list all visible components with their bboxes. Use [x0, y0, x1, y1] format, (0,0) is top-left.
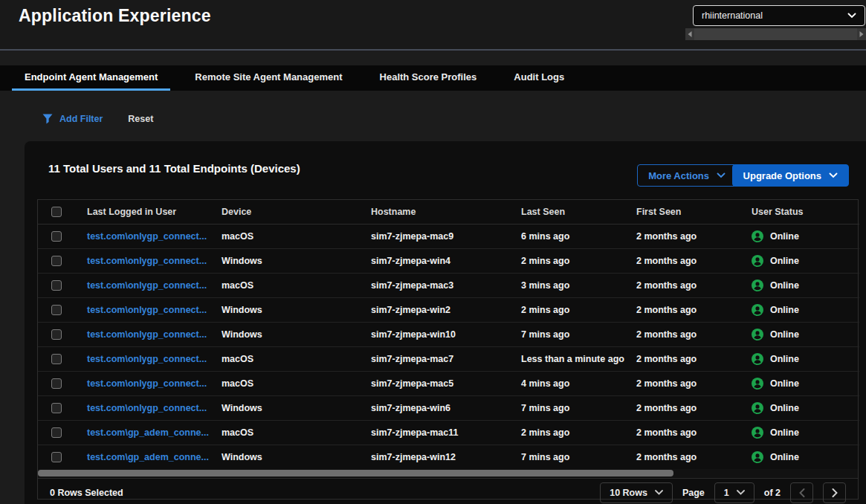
chevron-right-icon	[832, 488, 838, 497]
page-number-select[interactable]: 1	[714, 482, 754, 503]
scroll-right-icon[interactable]	[857, 31, 866, 37]
row-checkbox[interactable]	[51, 403, 62, 413]
last-seen-cell: 2 mins ago	[521, 305, 569, 315]
row-checkbox[interactable]	[51, 231, 62, 242]
tab-audit-logs[interactable]: Audit Logs	[501, 65, 577, 91]
chevron-down-icon	[829, 172, 838, 178]
table-horizontal-scrollbar[interactable]	[38, 469, 858, 478]
hostname-cell: sim7-zjmepa-win12	[371, 452, 456, 462]
tenant-selector-value: rhiinternational	[702, 10, 847, 21]
user-link[interactable]: test.com\onlygp_connect...	[87, 354, 207, 364]
col-hostname: Hostname	[359, 200, 509, 224]
device-cell: Windows	[222, 329, 262, 340]
tab-health-score-profiles[interactable]: Health Score Profiles	[367, 65, 490, 91]
more-actions-button[interactable]: More Actions	[637, 164, 737, 187]
user-link[interactable]: test.com\onlygp_connect...	[87, 231, 207, 242]
row-checkbox[interactable]	[51, 256, 62, 266]
add-filter-label: Add Filter	[59, 114, 103, 124]
table-row: test.com\onlygp_connect... Windows sim7-…	[38, 322, 859, 346]
device-cell: macOS	[222, 354, 253, 364]
col-last-logged-in-user: Last Logged in User	[75, 200, 210, 224]
table-row: test.com\onlygp_connect... Windows sim7-…	[38, 395, 859, 420]
online-user-icon	[752, 280, 763, 291]
user-link[interactable]: test.com\gp_adem_conne...	[87, 452, 209, 462]
reset-filter-button[interactable]: Reset	[128, 114, 153, 124]
device-cell: Windows	[222, 256, 262, 266]
chevron-left-icon	[799, 488, 805, 497]
row-checkbox[interactable]	[51, 280, 62, 291]
upgrade-options-button[interactable]: Upgrade Options	[732, 164, 849, 187]
hostname-cell: sim7-zjmepa-win6	[371, 403, 450, 413]
status-label: Online	[770, 378, 799, 389]
chevron-down-icon	[737, 490, 745, 495]
col-last-seen: Last Seen	[509, 200, 624, 224]
row-checkbox[interactable]	[51, 329, 62, 340]
filter-bar: Add Filter Reset	[42, 109, 153, 129]
upgrade-options-label: Upgrade Options	[743, 170, 821, 181]
scroll-left-icon[interactable]	[685, 31, 694, 37]
rows-per-page-select[interactable]: 10 Rows	[600, 482, 673, 503]
table-row: test.com\onlygp_connect... Windows sim7-…	[38, 248, 859, 273]
page-number-value: 1	[724, 488, 729, 498]
user-link[interactable]: test.com\gp_adem_conne...	[87, 427, 209, 438]
col-user-status: User Status	[740, 200, 859, 224]
online-user-icon	[752, 451, 763, 463]
first-seen-cell: 2 months ago	[636, 256, 697, 266]
user-link[interactable]: test.com\onlygp_connect...	[87, 280, 207, 291]
table-row: test.com\gp_adem_conne... Windows sim7-z…	[38, 445, 859, 469]
device-cell: Windows	[222, 403, 262, 413]
select-all-checkbox[interactable]	[51, 207, 62, 217]
pagination: 10 Rows Page 1 of 2	[600, 482, 846, 503]
tab-bar: Endpoint Agent Management Remote Site Ag…	[0, 65, 866, 91]
row-checkbox[interactable]	[51, 305, 62, 315]
first-seen-cell: 2 months ago	[636, 378, 697, 389]
online-user-icon	[752, 402, 763, 414]
status-label: Online	[770, 305, 799, 315]
tab-remote-site-agent-management[interactable]: Remote Site Agent Management	[182, 65, 355, 91]
user-link[interactable]: test.com\onlygp_connect...	[87, 256, 207, 266]
user-link[interactable]: test.com\onlygp_connect...	[87, 403, 207, 413]
col-device: Device	[210, 200, 359, 224]
user-link[interactable]: test.com\onlygp_connect...	[87, 329, 207, 340]
table-row: test.com\onlygp_connect... macOS sim7-zj…	[38, 371, 859, 395]
user-link[interactable]: test.com\onlygp_connect...	[87, 378, 207, 389]
first-seen-cell: 2 months ago	[636, 427, 697, 438]
row-checkbox[interactable]	[51, 354, 62, 364]
page-label: Page	[682, 488, 705, 498]
last-seen-cell: 7 mins ago	[521, 452, 569, 462]
status-label: Online	[770, 403, 799, 413]
online-user-icon	[752, 255, 763, 267]
online-user-icon	[752, 378, 763, 390]
table-row: test.com\onlygp_connect... macOS sim7-zj…	[38, 273, 859, 297]
hostname-cell: sim7-zjmepa-mac11	[371, 427, 458, 438]
row-checkbox[interactable]	[51, 378, 62, 389]
hostname-cell: sim7-zjmepa-win4	[371, 256, 450, 266]
status-label: Online	[770, 256, 799, 266]
table-scrollbar-thumb[interactable]	[38, 470, 673, 476]
next-page-button[interactable]	[823, 482, 846, 503]
tenant-selector[interactable]: rhiinternational	[693, 5, 865, 26]
row-checkbox[interactable]	[51, 452, 62, 462]
online-user-icon	[752, 427, 763, 439]
hostname-cell: sim7-zjmepa-mac7	[371, 354, 453, 364]
more-actions-label: More Actions	[648, 170, 709, 181]
add-filter-button[interactable]: Add Filter	[42, 114, 103, 124]
last-seen-cell: 4 mins ago	[521, 378, 569, 389]
table-row: test.com\onlygp_connect... Windows sim7-…	[38, 297, 859, 322]
table-header: Last Logged in User Device Hostname Last…	[38, 200, 859, 224]
user-link[interactable]: test.com\onlygp_connect...	[87, 305, 207, 315]
first-seen-cell: 2 months ago	[636, 305, 697, 315]
row-checkbox[interactable]	[51, 427, 62, 438]
table-row: test.com\onlygp_connect... macOS sim7-zj…	[38, 346, 859, 371]
last-seen-cell: 2 mins ago	[521, 256, 569, 266]
filter-icon	[42, 114, 53, 124]
tab-endpoint-agent-management[interactable]: Endpoint Agent Management	[12, 65, 170, 91]
online-user-icon	[752, 230, 763, 242]
previous-page-button[interactable]	[790, 482, 813, 503]
first-seen-cell: 2 months ago	[636, 231, 697, 242]
hostname-cell: sim7-zjmepa-mac3	[371, 280, 453, 291]
status-label: Online	[770, 452, 799, 462]
horizontal-scrollbar[interactable]	[685, 28, 866, 40]
scrollbar-thumb[interactable]	[694, 28, 857, 40]
online-user-icon	[752, 353, 763, 365]
